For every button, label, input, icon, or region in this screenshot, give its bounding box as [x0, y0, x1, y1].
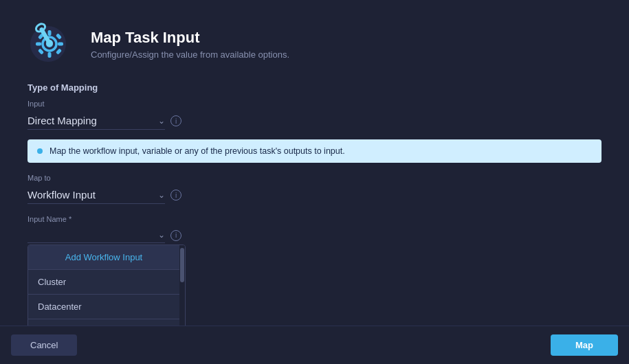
input-name-chevron: ⌄: [158, 230, 165, 240]
dialog-header: Map Task Input Configure/Assign the valu…: [0, 0, 629, 82]
dropdown-scrollbar: [179, 245, 185, 326]
input-name-dropdown-container: Input Name * ⌄ Add Workflow Input Cluste…: [27, 215, 165, 243]
map-button[interactable]: Map: [551, 334, 618, 356]
type-of-mapping-label: Type of Mapping: [27, 82, 602, 93]
map-to-select-row: Workflow Input ⌄ i: [27, 186, 602, 204]
info-dot: [37, 148, 43, 154]
header-text-block: Map Task Input Configure/Assign the valu…: [91, 29, 289, 60]
map-to-select[interactable]: Workflow Input ⌄: [27, 186, 165, 204]
dialog-subtitle: Configure/Assign the value from availabl…: [91, 49, 289, 60]
info-banner: Map the workflow input, variable or any …: [27, 139, 602, 163]
svg-rect-5: [36, 43, 41, 46]
list-item[interactable]: Datacenter: [28, 294, 179, 319]
list-item[interactable]: Datastore: [28, 319, 179, 326]
dropdown-inner: Add Workflow Input Cluster Datacenter Da…: [28, 245, 185, 326]
input-select-chevron: ⌄: [158, 116, 165, 126]
dropdown-list: Add Workflow Input Cluster Datacenter Da…: [28, 245, 179, 326]
map-to-select-value: Workflow Input: [27, 189, 96, 201]
input-info-icon[interactable]: i: [170, 115, 181, 126]
list-item[interactable]: Cluster: [28, 269, 179, 294]
dialog-body: Type of Mapping Input Direct Mapping ⌄ i…: [0, 82, 629, 326]
input-name-select[interactable]: ⌄: [27, 227, 165, 243]
map-to-info-icon[interactable]: i: [170, 190, 181, 201]
input-name-dropdown-panel: Add Workflow Input Cluster Datacenter Da…: [27, 244, 186, 326]
svg-rect-6: [58, 43, 63, 46]
input-select-value: Direct Mapping: [27, 115, 97, 126]
header-icon: [27, 19, 77, 69]
map-task-input-dialog: Map Task Input Configure/Assign the valu…: [0, 0, 629, 364]
input-select[interactable]: Direct Mapping ⌄: [27, 112, 165, 130]
dialog-title: Map Task Input: [91, 29, 289, 47]
map-to-label: Map to: [27, 174, 602, 182]
svg-rect-4: [48, 52, 52, 58]
input-name-info-icon[interactable]: i: [170, 230, 181, 241]
map-to-chevron: ⌄: [158, 190, 165, 200]
input-name-section: Input Name * ⌄ Add Workflow Input Cluste…: [27, 215, 602, 243]
input-name-label: Input Name *: [27, 215, 165, 223]
cancel-button[interactable]: Cancel: [11, 334, 77, 356]
svg-rect-3: [48, 30, 52, 36]
info-banner-text: Map the workflow input, variable or any …: [49, 146, 345, 156]
input-field-label: Input: [27, 100, 602, 108]
add-workflow-input-button[interactable]: Add Workflow Input: [28, 245, 179, 269]
input-name-select-row: Input Name * ⌄ Add Workflow Input Cluste…: [27, 215, 602, 243]
scrollbar-thumb[interactable]: [180, 248, 184, 282]
dialog-footer: Cancel Map: [0, 326, 629, 364]
input-select-row: Direct Mapping ⌄ i: [27, 112, 602, 130]
